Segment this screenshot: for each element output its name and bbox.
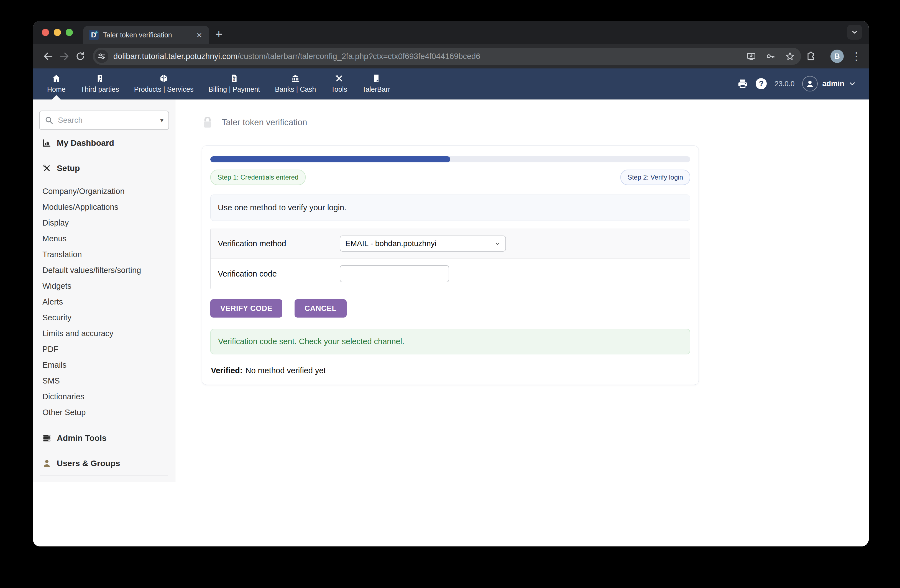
step1-badge: Step 1: Credentials entered xyxy=(210,169,306,185)
sidebar-item-admin-tools[interactable]: Admin Tools xyxy=(39,425,169,450)
sidebar-item-setup[interactable]: Setup xyxy=(39,155,169,180)
tab-title: Taler token verification xyxy=(103,31,190,39)
sidebar-item-emails[interactable]: Emails xyxy=(39,357,169,373)
sidebar-item-sms[interactable]: SMS xyxy=(39,373,169,389)
sidebar-item-default-values[interactable]: Default values/filters/sorting xyxy=(39,262,169,278)
sidebar-item-widgets[interactable]: Widgets xyxy=(39,278,169,294)
selected-method: EMAIL - bohdan.potuzhnyi xyxy=(345,239,436,248)
sidebar-item-dashboard[interactable]: My Dashboard xyxy=(39,130,169,155)
nav-item-tools[interactable]: Tools xyxy=(324,68,355,99)
app-version: 23.0.0 xyxy=(774,79,794,88)
browser-profile-avatar[interactable]: B xyxy=(830,50,844,63)
wizard-progress-fill xyxy=(210,156,450,162)
cancel-button[interactable]: CANCEL xyxy=(295,299,347,318)
forward-button[interactable] xyxy=(56,48,72,64)
verified-value: No method verified yet xyxy=(245,366,326,375)
close-window-button[interactable] xyxy=(42,29,49,36)
document-icon xyxy=(372,74,381,83)
page-title: Taler token verification xyxy=(222,118,307,127)
sidebar-item-display[interactable]: Display xyxy=(39,215,169,231)
back-arrow-icon xyxy=(43,51,54,62)
verification-form-table: Verification method EMAIL - bohdan.potuz… xyxy=(210,229,690,289)
sidebar-item-pdf[interactable]: PDF xyxy=(39,341,169,357)
sidebar-item-security[interactable]: Security xyxy=(39,310,169,326)
cube-icon xyxy=(159,74,168,83)
sidebar-search-box[interactable]: ▾ xyxy=(39,110,169,130)
tab-search-button[interactable] xyxy=(847,25,862,40)
sidebar-item-other-setup[interactable]: Other Setup xyxy=(39,405,169,420)
users-groups-label: Users & Groups xyxy=(57,459,120,468)
user-menu[interactable]: admin xyxy=(802,76,856,92)
verification-method-label: Verification method xyxy=(218,239,340,248)
sidebar-item-users-groups[interactable]: Users & Groups xyxy=(39,450,169,475)
wizard-progress-bar xyxy=(210,156,690,162)
search-input[interactable] xyxy=(58,116,156,125)
sidebar-item-translation[interactable]: Translation xyxy=(39,247,169,262)
browser-menu-button[interactable]: ⋮ xyxy=(851,51,861,62)
dashboard-label: My Dashboard xyxy=(57,138,114,148)
install-app-icon[interactable] xyxy=(746,51,756,61)
admin-tools-label: Admin Tools xyxy=(57,433,106,443)
setup-label: Setup xyxy=(57,163,80,173)
forward-arrow-icon xyxy=(59,51,70,62)
bar-chart-icon xyxy=(42,138,51,147)
verified-status: Verified:No method verified yet xyxy=(210,366,690,375)
toolbar-separator xyxy=(823,50,823,62)
sidebar-item-modules-applications[interactable]: Modules/Applications xyxy=(39,199,169,215)
home-icon xyxy=(52,74,61,83)
print-icon[interactable] xyxy=(737,78,748,89)
server-stack-icon xyxy=(42,434,51,442)
url-domain: dolibarr.tutorial.taler.potuzhnyi.com xyxy=(113,52,237,61)
password-key-icon[interactable] xyxy=(766,51,776,61)
sidebar-item-menus[interactable]: Menus xyxy=(39,231,169,247)
nav-item-third-parties[interactable]: Third parties xyxy=(73,68,127,99)
step2-badge: Step 2: Verify login xyxy=(621,169,690,185)
zoom-window-button[interactable] xyxy=(66,29,73,36)
user-icon xyxy=(42,459,51,468)
verification-code-input[interactable] xyxy=(340,265,449,282)
nav-label: Banks | Cash xyxy=(275,85,316,93)
nav-label: Home xyxy=(47,85,66,93)
sidebar-item-dictionaries[interactable]: Dictionaries xyxy=(39,389,169,405)
nav-label: Third parties xyxy=(81,85,119,93)
reload-button[interactable] xyxy=(72,48,88,64)
search-dropdown-caret-icon: ▾ xyxy=(160,116,163,124)
user-name: admin xyxy=(822,79,844,88)
sidebar-item-limits-accuracy[interactable]: Limits and accuracy xyxy=(39,326,169,341)
extensions-puzzle-icon[interactable] xyxy=(805,51,816,62)
instruction-box: Use one method to verify your login. xyxy=(210,194,690,221)
nav-item-products-services[interactable]: Products | Services xyxy=(127,68,201,99)
verification-code-label: Verification code xyxy=(218,269,340,278)
browser-tab[interactable]: D Taler token verification × xyxy=(83,26,209,44)
url-text: dolibarr.tutorial.taler.potuzhnyi.com/cu… xyxy=(113,52,741,61)
sidebar-item-alerts[interactable]: Alerts xyxy=(39,294,169,310)
dolibarr-favicon: D xyxy=(88,30,99,40)
tab-strip: D Taler token verification × + xyxy=(33,21,869,44)
verify-code-button[interactable]: VERIFY CODE xyxy=(210,299,282,318)
nav-item-billing-payment[interactable]: $ Billing | Payment xyxy=(201,68,268,99)
bank-icon xyxy=(291,74,300,83)
select-chevron-icon xyxy=(494,240,500,247)
svg-text:$: $ xyxy=(233,78,235,82)
chevron-down-icon xyxy=(849,80,856,87)
back-button[interactable] xyxy=(40,48,56,64)
user-avatar-icon xyxy=(802,76,818,92)
nav-item-talerbarr[interactable]: TalerBarr xyxy=(355,68,398,99)
site-info-button[interactable] xyxy=(95,50,109,63)
verification-method-select[interactable]: EMAIL - bohdan.potuzhnyi xyxy=(340,236,506,251)
building-icon xyxy=(95,74,104,83)
new-tab-button[interactable]: + xyxy=(215,28,222,40)
url-bar[interactable]: dolibarr.tutorial.taler.potuzhnyi.com/cu… xyxy=(93,48,801,65)
reload-icon xyxy=(75,51,85,62)
minimize-window-button[interactable] xyxy=(54,29,61,36)
browser-window: D Taler token verification × + xyxy=(33,21,869,546)
bookmark-star-icon[interactable] xyxy=(785,51,795,61)
success-notice: Verification code sent. Check your selec… xyxy=(210,329,690,354)
tab-close-icon[interactable]: × xyxy=(195,29,204,40)
url-path: /custom/talerbarr/talerconfig_2fa.php?ct… xyxy=(237,52,480,61)
help-button[interactable]: ? xyxy=(756,78,767,89)
nav-item-home[interactable]: Home xyxy=(40,68,73,99)
browser-toolbar: dolibarr.tutorial.taler.potuzhnyi.com/cu… xyxy=(33,44,869,68)
nav-item-banks-cash[interactable]: Banks | Cash xyxy=(267,68,323,99)
sidebar-item-company-organization[interactable]: Company/Organization xyxy=(39,183,169,199)
